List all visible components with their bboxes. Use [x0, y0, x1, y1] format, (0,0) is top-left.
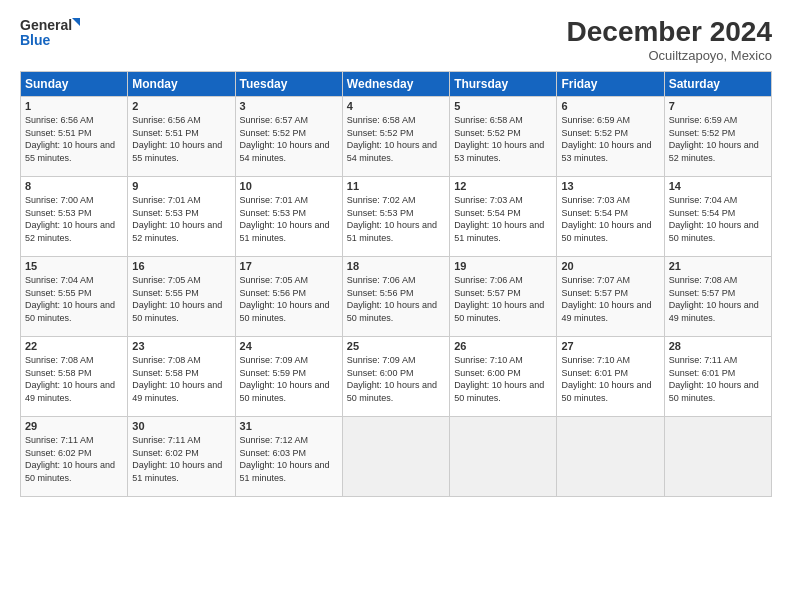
day-number: 13: [561, 180, 659, 192]
col-tuesday: Tuesday: [235, 72, 342, 97]
day-info: Sunrise: 6:57 AM Sunset: 5:52 PM Dayligh…: [240, 114, 338, 164]
day-info: Sunrise: 6:58 AM Sunset: 5:52 PM Dayligh…: [454, 114, 552, 164]
table-row: 25 Sunrise: 7:09 AM Sunset: 6:00 PM Dayl…: [342, 337, 449, 417]
day-info: Sunrise: 7:01 AM Sunset: 5:53 PM Dayligh…: [240, 194, 338, 244]
table-row: 9 Sunrise: 7:01 AM Sunset: 5:53 PM Dayli…: [128, 177, 235, 257]
day-number: 26: [454, 340, 552, 352]
day-info: Sunrise: 7:08 AM Sunset: 5:57 PM Dayligh…: [669, 274, 767, 324]
day-number: 15: [25, 260, 123, 272]
svg-text:General: General: [20, 17, 72, 33]
day-info: Sunrise: 7:08 AM Sunset: 5:58 PM Dayligh…: [25, 354, 123, 404]
day-info: Sunrise: 7:04 AM Sunset: 5:54 PM Dayligh…: [669, 194, 767, 244]
col-saturday: Saturday: [664, 72, 771, 97]
table-row: 21 Sunrise: 7:08 AM Sunset: 5:57 PM Dayl…: [664, 257, 771, 337]
table-row: 12 Sunrise: 7:03 AM Sunset: 5:54 PM Dayl…: [450, 177, 557, 257]
table-row: 1 Sunrise: 6:56 AM Sunset: 5:51 PM Dayli…: [21, 97, 128, 177]
day-info: Sunrise: 6:59 AM Sunset: 5:52 PM Dayligh…: [669, 114, 767, 164]
title-block: December 2024 Ocuiltzapoyo, Mexico: [567, 16, 772, 63]
subtitle: Ocuiltzapoyo, Mexico: [567, 48, 772, 63]
table-row: 13 Sunrise: 7:03 AM Sunset: 5:54 PM Dayl…: [557, 177, 664, 257]
day-info: Sunrise: 7:09 AM Sunset: 5:59 PM Dayligh…: [240, 354, 338, 404]
table-row: 14 Sunrise: 7:04 AM Sunset: 5:54 PM Dayl…: [664, 177, 771, 257]
table-row: 5 Sunrise: 6:58 AM Sunset: 5:52 PM Dayli…: [450, 97, 557, 177]
day-number: 12: [454, 180, 552, 192]
day-info: Sunrise: 7:09 AM Sunset: 6:00 PM Dayligh…: [347, 354, 445, 404]
logo: General Blue: [20, 16, 80, 51]
table-row: 27 Sunrise: 7:10 AM Sunset: 6:01 PM Dayl…: [557, 337, 664, 417]
header: General Blue December 2024 Ocuiltzapoyo,…: [20, 16, 772, 63]
table-row: 19 Sunrise: 7:06 AM Sunset: 5:57 PM Dayl…: [450, 257, 557, 337]
col-friday: Friday: [557, 72, 664, 97]
calendar-week-4: 22 Sunrise: 7:08 AM Sunset: 5:58 PM Dayl…: [21, 337, 772, 417]
day-info: Sunrise: 7:01 AM Sunset: 5:53 PM Dayligh…: [132, 194, 230, 244]
table-row: 8 Sunrise: 7:00 AM Sunset: 5:53 PM Dayli…: [21, 177, 128, 257]
calendar-week-3: 15 Sunrise: 7:04 AM Sunset: 5:55 PM Dayl…: [21, 257, 772, 337]
day-number: 2: [132, 100, 230, 112]
svg-marker-2: [72, 18, 80, 26]
day-number: 24: [240, 340, 338, 352]
table-row: 2 Sunrise: 6:56 AM Sunset: 5:51 PM Dayli…: [128, 97, 235, 177]
logo-svg: General Blue: [20, 16, 80, 51]
day-number: 7: [669, 100, 767, 112]
day-number: 1: [25, 100, 123, 112]
day-info: Sunrise: 7:06 AM Sunset: 5:56 PM Dayligh…: [347, 274, 445, 324]
table-row: 31 Sunrise: 7:12 AM Sunset: 6:03 PM Dayl…: [235, 417, 342, 497]
table-row: 23 Sunrise: 7:08 AM Sunset: 5:58 PM Dayl…: [128, 337, 235, 417]
calendar-table: Sunday Monday Tuesday Wednesday Thursday…: [20, 71, 772, 497]
day-number: 5: [454, 100, 552, 112]
day-info: Sunrise: 7:12 AM Sunset: 6:03 PM Dayligh…: [240, 434, 338, 484]
day-info: Sunrise: 7:06 AM Sunset: 5:57 PM Dayligh…: [454, 274, 552, 324]
col-thursday: Thursday: [450, 72, 557, 97]
day-info: Sunrise: 7:10 AM Sunset: 6:01 PM Dayligh…: [561, 354, 659, 404]
day-info: Sunrise: 7:05 AM Sunset: 5:55 PM Dayligh…: [132, 274, 230, 324]
day-info: Sunrise: 7:05 AM Sunset: 5:56 PM Dayligh…: [240, 274, 338, 324]
table-row: [664, 417, 771, 497]
table-row: 22 Sunrise: 7:08 AM Sunset: 5:58 PM Dayl…: [21, 337, 128, 417]
table-row: [557, 417, 664, 497]
day-number: 23: [132, 340, 230, 352]
calendar-week-2: 8 Sunrise: 7:00 AM Sunset: 5:53 PM Dayli…: [21, 177, 772, 257]
day-info: Sunrise: 7:00 AM Sunset: 5:53 PM Dayligh…: [25, 194, 123, 244]
day-info: Sunrise: 6:56 AM Sunset: 5:51 PM Dayligh…: [25, 114, 123, 164]
calendar-week-1: 1 Sunrise: 6:56 AM Sunset: 5:51 PM Dayli…: [21, 97, 772, 177]
col-monday: Monday: [128, 72, 235, 97]
day-number: 11: [347, 180, 445, 192]
day-info: Sunrise: 6:59 AM Sunset: 5:52 PM Dayligh…: [561, 114, 659, 164]
day-number: 19: [454, 260, 552, 272]
day-number: 6: [561, 100, 659, 112]
table-row: 20 Sunrise: 7:07 AM Sunset: 5:57 PM Dayl…: [557, 257, 664, 337]
day-info: Sunrise: 7:11 AM Sunset: 6:01 PM Dayligh…: [669, 354, 767, 404]
table-row: 17 Sunrise: 7:05 AM Sunset: 5:56 PM Dayl…: [235, 257, 342, 337]
day-info: Sunrise: 7:03 AM Sunset: 5:54 PM Dayligh…: [454, 194, 552, 244]
day-info: Sunrise: 6:56 AM Sunset: 5:51 PM Dayligh…: [132, 114, 230, 164]
table-row: 11 Sunrise: 7:02 AM Sunset: 5:53 PM Dayl…: [342, 177, 449, 257]
table-row: 7 Sunrise: 6:59 AM Sunset: 5:52 PM Dayli…: [664, 97, 771, 177]
day-number: 28: [669, 340, 767, 352]
day-number: 4: [347, 100, 445, 112]
table-row: 16 Sunrise: 7:05 AM Sunset: 5:55 PM Dayl…: [128, 257, 235, 337]
day-number: 21: [669, 260, 767, 272]
table-row: 3 Sunrise: 6:57 AM Sunset: 5:52 PM Dayli…: [235, 97, 342, 177]
day-number: 25: [347, 340, 445, 352]
svg-text:Blue: Blue: [20, 32, 51, 48]
day-number: 9: [132, 180, 230, 192]
day-info: Sunrise: 7:11 AM Sunset: 6:02 PM Dayligh…: [132, 434, 230, 484]
table-row: 18 Sunrise: 7:06 AM Sunset: 5:56 PM Dayl…: [342, 257, 449, 337]
day-info: Sunrise: 7:02 AM Sunset: 5:53 PM Dayligh…: [347, 194, 445, 244]
day-info: Sunrise: 7:07 AM Sunset: 5:57 PM Dayligh…: [561, 274, 659, 324]
table-row: 24 Sunrise: 7:09 AM Sunset: 5:59 PM Dayl…: [235, 337, 342, 417]
day-number: 31: [240, 420, 338, 432]
table-row: 6 Sunrise: 6:59 AM Sunset: 5:52 PM Dayli…: [557, 97, 664, 177]
day-info: Sunrise: 7:10 AM Sunset: 6:00 PM Dayligh…: [454, 354, 552, 404]
day-info: Sunrise: 7:11 AM Sunset: 6:02 PM Dayligh…: [25, 434, 123, 484]
day-info: Sunrise: 7:03 AM Sunset: 5:54 PM Dayligh…: [561, 194, 659, 244]
day-number: 29: [25, 420, 123, 432]
page: General Blue December 2024 Ocuiltzapoyo,…: [0, 0, 792, 612]
calendar-week-5: 29 Sunrise: 7:11 AM Sunset: 6:02 PM Dayl…: [21, 417, 772, 497]
table-row: [342, 417, 449, 497]
day-number: 22: [25, 340, 123, 352]
day-number: 17: [240, 260, 338, 272]
day-number: 3: [240, 100, 338, 112]
day-info: Sunrise: 6:58 AM Sunset: 5:52 PM Dayligh…: [347, 114, 445, 164]
calendar-header-row: Sunday Monday Tuesday Wednesday Thursday…: [21, 72, 772, 97]
